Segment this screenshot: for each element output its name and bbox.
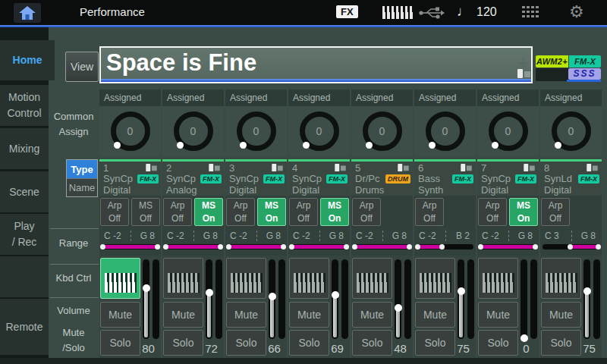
bank-icon — [335, 164, 345, 171]
mute-button[interactable]: Mute — [163, 302, 203, 328]
arp-button[interactable]: Arp Off — [415, 198, 444, 226]
kbd-ctrl-button[interactable] — [415, 258, 455, 299]
part-mixer-cell: Mute Solo 75 — [540, 256, 602, 358]
gear-icon[interactable]: ⚙ — [569, 2, 584, 22]
ms-button[interactable]: MS Off — [131, 198, 160, 226]
tempo-display[interactable]: ♩120 — [457, 4, 497, 20]
arp-button[interactable]: Arp Off — [478, 198, 507, 226]
sidebar-item-motion-control[interactable]: Motion Control — [0, 85, 49, 126]
volume-slider-fill — [459, 290, 463, 337]
part-header[interactable]: 2 SynCp FM-X Analog — [162, 159, 224, 196]
mute-button[interactable]: Mute — [352, 302, 392, 328]
volume-slider-fill — [333, 294, 337, 337]
solo-button[interactable]: Solo — [541, 330, 581, 356]
arp-button[interactable]: Arp Off — [289, 198, 318, 226]
arp-button[interactable]: Arp Off — [163, 198, 192, 226]
kbd-ctrl-button[interactable] — [352, 258, 392, 299]
range-high: G 8 — [203, 231, 218, 241]
name-button[interactable]: Name — [67, 178, 97, 196]
note-range[interactable]: C -2 G 8 — [351, 228, 413, 256]
assign-knob[interactable]: 0 — [477, 107, 539, 156]
mute-button[interactable]: Mute — [541, 302, 581, 328]
solo-button[interactable]: Solo — [226, 330, 266, 356]
solo-button[interactable]: Solo — [163, 330, 203, 356]
range-track — [480, 244, 536, 249]
volume-slider[interactable] — [143, 259, 149, 339]
range-track — [102, 244, 159, 249]
assign-knob[interactable]: 0 — [162, 107, 224, 156]
kbd-ctrl-button[interactable] — [163, 258, 203, 299]
assign-knob[interactable]: 0 — [414, 107, 476, 156]
ms-button[interactable]: MS On — [257, 198, 286, 226]
sidebar-item-play-rec[interactable]: Play / Rec — [0, 214, 49, 255]
sidebar-item-remote[interactable]: Remote — [0, 299, 49, 355]
assign-knob[interactable]: 0 — [540, 107, 602, 156]
part-header[interactable]: 8 SynLd FM-X Digital — [540, 159, 602, 196]
volume-slider[interactable] — [332, 259, 338, 339]
ms-button[interactable]: MS On — [509, 198, 538, 226]
volume-slider[interactable] — [521, 259, 527, 339]
range-track — [165, 244, 222, 249]
part-header[interactable]: 5 Dr/Pc DRUM Drums — [351, 159, 413, 196]
part-header[interactable]: 7 SynCp FM-X Digital — [477, 159, 539, 196]
volume-slider[interactable] — [269, 259, 275, 339]
note-range[interactable]: C 3 G 8 — [540, 228, 602, 256]
part-header[interactable]: 4 SynCp FM-X Digital — [288, 159, 350, 196]
arp-button[interactable]: Arp Off — [100, 198, 129, 226]
sidebar-item-mixing[interactable]: Mixing — [0, 128, 49, 169]
ms-button[interactable]: MS On — [194, 198, 223, 226]
arp-button[interactable]: Arp Off — [352, 198, 381, 226]
volume-value: 48 — [388, 342, 413, 355]
ms-button[interactable]: MS On — [320, 198, 349, 226]
volume-slider[interactable] — [395, 259, 401, 339]
mute-button[interactable]: Mute — [100, 302, 140, 328]
part-mixer-cell: Mute Solo 0 — [477, 256, 539, 358]
range-low: C -2 — [293, 231, 310, 241]
kbd-ctrl-button[interactable] — [100, 258, 140, 299]
mute-button[interactable]: Mute — [415, 302, 455, 328]
solo-button[interactable]: Solo — [478, 330, 518, 356]
assign-knob[interactable]: 0 — [225, 107, 287, 156]
volume-slider[interactable] — [583, 259, 590, 339]
volume-slider-fill — [585, 290, 589, 337]
sidebar-item-scene[interactable]: Scene — [0, 171, 49, 212]
note-range[interactable]: C -2 G 8 — [288, 228, 350, 256]
arp-button[interactable]: Arp Off — [541, 198, 570, 226]
mute-button[interactable]: Mute — [478, 302, 518, 328]
solo-button[interactable]: Solo — [415, 330, 455, 356]
kbd-ctrl-button[interactable] — [478, 258, 518, 299]
kbd-ctrl-button[interactable] — [541, 258, 581, 299]
range-high: B 2 — [456, 231, 470, 241]
view-button[interactable]: View — [65, 52, 99, 82]
kbd-ctrl-button[interactable] — [289, 258, 329, 299]
note-range[interactable]: C -2 G 8 — [99, 228, 161, 256]
assign-knob[interactable]: 0 — [351, 107, 413, 156]
menu-grid-icon[interactable] — [522, 6, 542, 22]
mute-button[interactable]: Mute — [226, 302, 266, 328]
kbd-ctrl-button[interactable] — [226, 258, 266, 299]
arp-button[interactable]: Arp Off — [226, 198, 255, 226]
solo-button[interactable]: Solo — [352, 330, 392, 356]
note-range[interactable]: C -2 G 8 — [162, 228, 224, 256]
note-range[interactable]: C -2 G 8 — [225, 228, 287, 256]
home-icon[interactable] — [14, 3, 41, 23]
volume-slider[interactable] — [458, 259, 464, 339]
part-header[interactable]: 3 SynCp FM-X Digital — [225, 159, 287, 196]
assign-knob[interactable]: 0 — [99, 107, 161, 156]
sidebar-item-empty[interactable] — [0, 256, 49, 297]
solo-button[interactable]: Solo — [100, 330, 140, 356]
assign-knob[interactable]: 0 — [288, 107, 350, 156]
part-header[interactable]: 6 Bass FM-X Synth — [414, 159, 476, 196]
note-range[interactable]: C -2 B 2 — [414, 228, 476, 256]
part-number: 3 — [229, 162, 234, 174]
solo-button[interactable]: Solo — [289, 330, 329, 356]
volume-slider[interactable] — [206, 259, 212, 339]
part-header[interactable]: 1 SynCp FM-X Digital — [99, 159, 161, 196]
part-mixer-cell: Mute Solo 75 — [414, 256, 476, 358]
note-range[interactable]: C -2 G 8 — [477, 228, 539, 256]
mute-button[interactable]: Mute — [289, 302, 329, 328]
performance-name-field[interactable]: Space is Fine — [99, 46, 533, 83]
range-fill — [165, 245, 222, 249]
sidebar-item-home[interactable]: Home — [0, 40, 55, 80]
type-button[interactable]: Type — [67, 160, 97, 178]
